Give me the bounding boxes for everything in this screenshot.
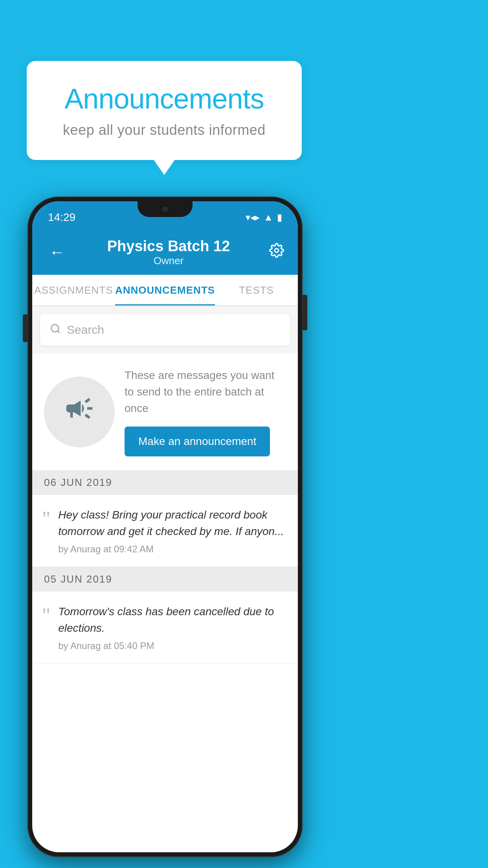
status-icons: ▾◂▸ ▲ ▮: [246, 212, 282, 223]
phone-notch: [138, 201, 193, 217]
tabs-container: ASSIGNMENTS ANNOUNCEMENTS TESTS: [32, 275, 298, 306]
quote-icon-1: ": [42, 509, 50, 529]
camera-icon: [161, 205, 169, 213]
settings-button[interactable]: [269, 243, 284, 261]
search-bar[interactable]: Search: [40, 314, 290, 346]
announcement-item-2[interactable]: " Tomorrow's class has been cancelled du…: [32, 592, 298, 664]
speech-bubble: Announcements keep all your students inf…: [27, 61, 302, 160]
phone-inner: 14:29 ▾◂▸ ▲ ▮ ← Physics Batch 12 Owner: [32, 201, 298, 852]
tab-announcements[interactable]: ANNOUNCEMENTS: [115, 275, 215, 305]
date-divider-2: 05 JUN 2019: [32, 567, 298, 592]
date-label-1: 06 JUN 2019: [44, 476, 112, 489]
megaphone-circle: [44, 377, 115, 447]
date-label-2: 05 JUN 2019: [44, 573, 112, 585]
bubble-subtitle: keep all your students informed: [50, 122, 278, 138]
announcement-meta-1: by Anurag at 09:42 AM: [58, 544, 286, 555]
phone-mockup: 14:29 ▾◂▸ ▲ ▮ ← Physics Batch 12 Owner: [28, 197, 303, 857]
status-time: 14:29: [48, 211, 75, 224]
announcement-meta-2: by Anurag at 05:40 PM: [58, 640, 286, 651]
date-divider-1: 06 JUN 2019: [32, 470, 298, 495]
intro-right: These are messages you want to send to t…: [125, 367, 286, 456]
header-center: Physics Batch 12 Owner: [68, 238, 269, 267]
svg-point-0: [275, 248, 279, 252]
bubble-title: Announcements: [50, 83, 278, 115]
app-header: ← Physics Batch 12 Owner: [32, 230, 298, 275]
back-button[interactable]: ←: [46, 240, 68, 264]
tab-assignments[interactable]: ASSIGNMENTS: [32, 275, 115, 305]
announcement-text-2: Tomorrow's class has been cancelled due …: [58, 603, 286, 636]
search-placeholder: Search: [67, 323, 104, 337]
signal-icon: ▲: [264, 212, 273, 223]
announcement-content-1: Hey class! Bring your practical record b…: [58, 507, 286, 555]
wifi-icon: ▾◂▸: [246, 212, 260, 223]
announcement-text-1: Hey class! Bring your practical record b…: [58, 507, 286, 540]
speech-bubble-section: Announcements keep all your students inf…: [27, 61, 302, 160]
svg-point-1: [51, 324, 59, 332]
tab-tests[interactable]: TESTS: [215, 275, 298, 305]
quote-icon-2: ": [42, 605, 50, 626]
battery-icon: ▮: [277, 212, 282, 223]
announcement-item-1[interactable]: " Hey class! Bring your practical record…: [32, 495, 298, 567]
megaphone-icon: [64, 393, 95, 431]
announcement-content-2: Tomorrow's class has been cancelled due …: [58, 603, 286, 651]
search-icon: [50, 323, 61, 337]
screen-content: Search These are messages you want to se…: [32, 306, 298, 664]
intro-description: These are messages you want to send to t…: [125, 367, 286, 417]
make-announcement-button[interactable]: Make an announcement: [125, 427, 270, 456]
phone-outer: 14:29 ▾◂▸ ▲ ▮ ← Physics Batch 12 Owner: [28, 197, 303, 857]
header-subtitle: Owner: [68, 255, 269, 267]
intro-card: These are messages you want to send to t…: [32, 353, 298, 470]
header-title: Physics Batch 12: [68, 238, 269, 255]
svg-line-2: [57, 331, 59, 333]
